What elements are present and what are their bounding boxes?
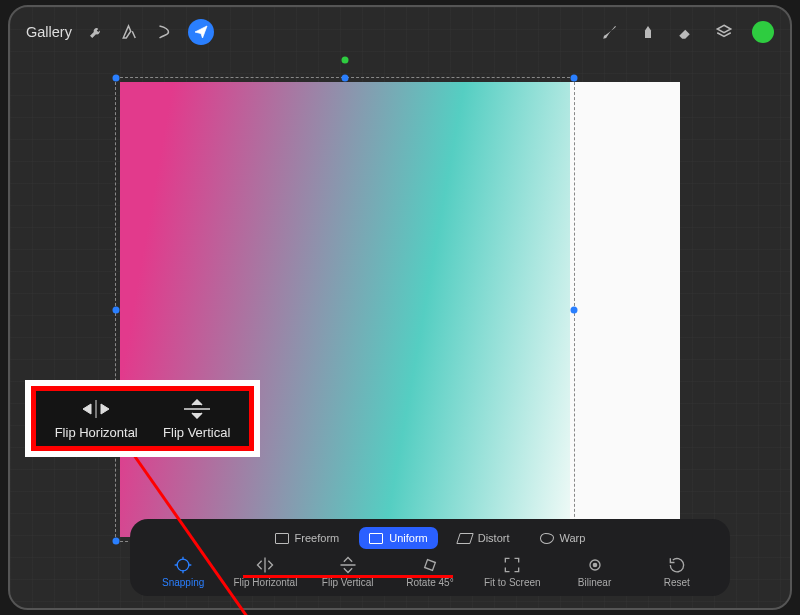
top-toolbar: Gallery — [26, 15, 774, 49]
mode-uniform[interactable]: Uniform — [359, 527, 438, 549]
annotation-callout: Flip Horizontal Flip Vertical — [25, 380, 260, 457]
reset-button[interactable]: Reset — [641, 557, 713, 588]
svg-point-3 — [593, 563, 596, 566]
callout-label: Flip Horizontal — [55, 425, 138, 440]
selection-icon[interactable] — [154, 22, 174, 42]
selection-handle[interactable] — [571, 75, 578, 82]
reset-icon — [667, 557, 687, 573]
selection-handle[interactable] — [113, 75, 120, 82]
bilinear-button[interactable]: Bilinear — [559, 557, 631, 588]
layers-icon[interactable] — [714, 22, 734, 42]
mode-label: Distort — [478, 532, 510, 544]
distort-icon — [456, 533, 474, 544]
callout-label: Flip Vertical — [163, 425, 230, 440]
selection-handle[interactable] — [113, 306, 120, 313]
fit-to-screen-button[interactable]: Fit to Screen — [476, 557, 548, 588]
fit-to-screen-icon — [502, 557, 522, 573]
selection-handle[interactable] — [113, 538, 120, 545]
color-swatch[interactable] — [752, 21, 774, 43]
gallery-button[interactable]: Gallery — [26, 24, 72, 40]
mode-label: Uniform — [389, 532, 428, 544]
freeform-icon — [275, 533, 289, 544]
svg-point-0 — [177, 559, 189, 571]
transform-mode-row: Freeform Uniform Distort Warp — [140, 527, 720, 549]
flip-vertical-icon — [338, 557, 358, 573]
callout-flip-horizontal: Flip Horizontal — [55, 399, 138, 440]
rotate-45-button[interactable]: Rotate 45° — [394, 557, 466, 588]
svg-rect-1 — [425, 560, 436, 571]
flip-horizontal-icon — [81, 399, 111, 419]
mode-distort[interactable]: Distort — [448, 527, 520, 549]
canvas-artwork — [120, 82, 570, 537]
warp-icon — [540, 533, 554, 544]
annotation-callout-inner: Flip Horizontal Flip Vertical — [31, 386, 254, 451]
smudge-icon[interactable] — [638, 22, 658, 42]
adjust-icon[interactable] — [120, 22, 140, 42]
rotate-icon — [420, 557, 440, 573]
action-label: Rotate 45° — [406, 577, 453, 588]
annotation-underline — [243, 575, 453, 578]
uniform-icon — [369, 533, 383, 544]
flip-horizontal-button[interactable]: Flip Horizontal — [229, 557, 301, 588]
canvas[interactable] — [120, 82, 680, 537]
flip-vertical-icon — [182, 399, 212, 419]
mode-warp[interactable]: Warp — [530, 527, 596, 549]
action-label: Flip Horizontal — [233, 577, 297, 588]
transform-icon[interactable] — [188, 19, 214, 45]
action-label: Flip Vertical — [322, 577, 374, 588]
action-label: Reset — [664, 577, 690, 588]
device-frame: Gallery — [8, 5, 792, 610]
action-label: Bilinear — [578, 577, 611, 588]
mode-label: Warp — [560, 532, 586, 544]
snapping-icon — [173, 557, 193, 573]
rotation-handle[interactable] — [342, 57, 349, 64]
mode-freeform[interactable]: Freeform — [265, 527, 350, 549]
flip-vertical-button[interactable]: Flip Vertical — [312, 557, 384, 588]
action-label: Fit to Screen — [484, 577, 541, 588]
flip-horizontal-icon — [255, 557, 275, 573]
callout-flip-vertical: Flip Vertical — [163, 399, 230, 440]
transform-panel: Freeform Uniform Distort Warp Snapping F… — [130, 519, 730, 596]
wrench-icon[interactable] — [86, 22, 106, 42]
interpolation-icon — [585, 557, 605, 573]
selection-handle[interactable] — [571, 306, 578, 313]
mode-label: Freeform — [295, 532, 340, 544]
selection-handle[interactable] — [342, 75, 349, 82]
brush-icon[interactable] — [600, 22, 620, 42]
eraser-icon[interactable] — [676, 22, 696, 42]
action-label: Snapping — [162, 577, 204, 588]
